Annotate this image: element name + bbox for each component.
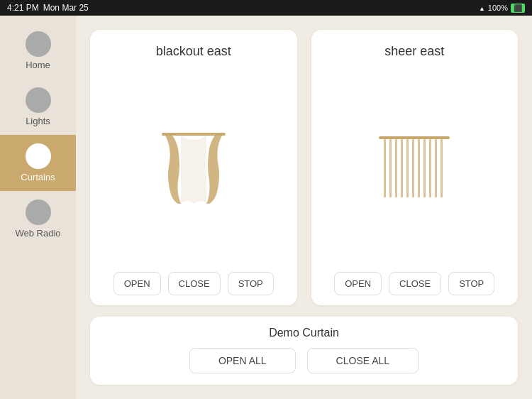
- status-date: Mon Mar 25: [43, 3, 89, 13]
- battery-percent: 100%: [488, 4, 508, 12]
- sidebar-item-curtains[interactable]: Curtains: [0, 135, 76, 191]
- lights-icon: [26, 87, 51, 113]
- status-time: 4:21 PM: [7, 3, 39, 13]
- app-container: Home Lights Curtains Web Radio blackout …: [0, 16, 532, 399]
- svg-rect-1: [379, 136, 450, 139]
- status-bar: 4:21 PM Mon Mar 25 100% ⬛: [0, 0, 532, 16]
- battery-icon: ⬛: [511, 4, 525, 13]
- webradio-icon: [26, 200, 51, 225]
- svg-rect-6: [406, 139, 409, 197]
- demo-controls: OPEN ALL CLOSE ALL: [104, 348, 504, 373]
- sidebar-item-webradio[interactable]: Web Radio: [0, 191, 76, 247]
- demo-panel: Demo Curtain OPEN ALL CLOSE ALL: [90, 317, 518, 385]
- sidebar-item-home[interactable]: Home: [0, 23, 76, 79]
- sidebar: Home Lights Curtains Web Radio: [0, 16, 76, 399]
- svg-rect-10: [429, 139, 431, 197]
- demo-open-all-button[interactable]: OPEN ALL: [189, 348, 296, 373]
- curtain-visual-blackout: [97, 70, 290, 262]
- svg-rect-12: [440, 139, 443, 197]
- svg-rect-7: [412, 139, 414, 197]
- demo-close-all-button[interactable]: CLOSE ALL: [307, 348, 419, 373]
- curtain-controls-blackout: OPEN CLOSE STOP: [97, 272, 290, 295]
- sidebar-label-webradio: Web Radio: [15, 228, 60, 239]
- wifi-icon: [479, 4, 485, 12]
- svg-rect-5: [401, 139, 403, 197]
- sheer-curtain-svg: [375, 131, 453, 202]
- svg-rect-4: [395, 139, 397, 197]
- curtain-title-sheer-east: sheer east: [384, 44, 444, 59]
- curtain-cards: blackout east OPEN: [90, 30, 518, 305]
- curtain-card-sheer-east: sheer east: [311, 30, 519, 305]
- sheer-open-button[interactable]: OPEN: [334, 272, 382, 295]
- sheer-stop-button[interactable]: STOP: [448, 272, 494, 295]
- svg-rect-8: [418, 139, 420, 197]
- svg-rect-0: [162, 133, 226, 136]
- curtain-visual-sheer: [318, 70, 511, 262]
- blackout-open-button[interactable]: OPEN: [113, 272, 161, 295]
- curtain-card-blackout-east: blackout east OPEN: [90, 30, 297, 305]
- sidebar-label-lights: Lights: [26, 116, 50, 126]
- sheer-close-button[interactable]: CLOSE: [389, 272, 441, 295]
- sidebar-item-lights[interactable]: Lights: [0, 79, 76, 135]
- main-content: blackout east OPEN: [76, 16, 532, 399]
- curtain-title-blackout-east: blackout east: [156, 44, 231, 59]
- svg-rect-3: [389, 139, 392, 197]
- blackout-close-button[interactable]: CLOSE: [168, 272, 221, 295]
- sidebar-label-home: Home: [26, 60, 50, 70]
- blackout-curtain-svg: [158, 127, 229, 205]
- home-icon: [26, 31, 51, 57]
- svg-rect-11: [435, 139, 437, 197]
- demo-title: Demo Curtain: [104, 327, 504, 339]
- curtain-controls-sheer: OPEN CLOSE STOP: [318, 272, 511, 295]
- sidebar-label-curtains: Curtains: [21, 172, 55, 182]
- svg-rect-2: [384, 139, 386, 197]
- svg-rect-9: [423, 139, 426, 197]
- blackout-stop-button[interactable]: STOP: [228, 272, 274, 295]
- curtains-icon: [26, 143, 51, 169]
